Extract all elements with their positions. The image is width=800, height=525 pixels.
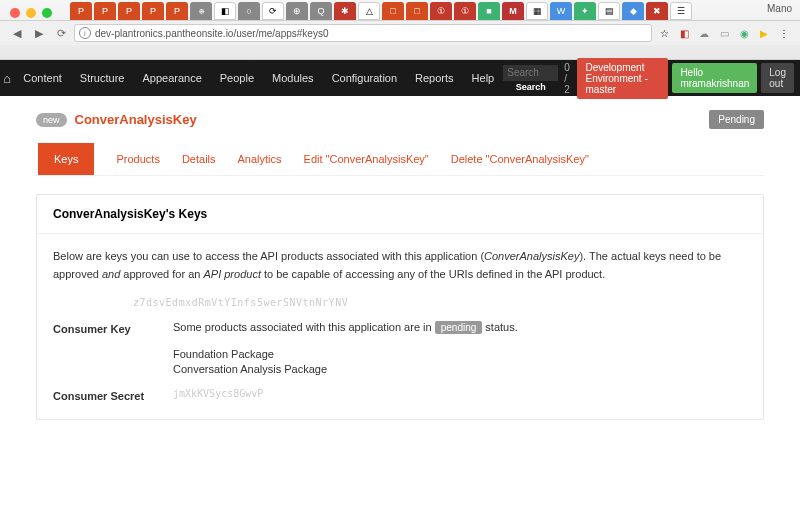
home-icon[interactable]: ⌂ (0, 71, 14, 86)
tab-analytics[interactable]: Analytics (238, 143, 282, 175)
site-info-icon[interactable]: i (79, 27, 91, 39)
browser-tabs: P P P P P ⎈ ◧ ○ ⟳ ⊕ Q ✱ △ □ □ ① ① ■ M ▦ … (62, 2, 700, 20)
consumer-key-value: z7dsvEdmxdRmVtYInfs5werSNVtnNrYNV (133, 295, 747, 311)
back-icon[interactable]: ◀ (8, 24, 26, 42)
app-tabs: Keys Products Details Analytics Edit "Co… (36, 143, 764, 176)
consumer-secret-value: jmXkKVSycs8GwvP (173, 386, 747, 406)
browser-tab[interactable]: ⎈ (190, 2, 212, 20)
browser-tab[interactable]: P (70, 2, 92, 20)
extension-icon[interactable]: ◧ (676, 25, 692, 41)
admin-menu-structure[interactable]: Structure (71, 66, 134, 90)
admin-menu-people[interactable]: People (211, 66, 263, 90)
consumer-key-row: Consumer Key Some products associated wi… (53, 319, 747, 377)
admin-search-label: Search (516, 82, 546, 92)
browser-tab[interactable]: ⊕ (286, 2, 308, 20)
maximize-window-icon[interactable] (42, 8, 52, 18)
browser-tab[interactable]: P (118, 2, 140, 20)
browser-tab[interactable]: ◧ (214, 2, 236, 20)
reload-icon[interactable]: ⟳ (52, 24, 70, 42)
browser-tab[interactable]: ① (454, 2, 476, 20)
admin-menu-help[interactable]: Help (463, 66, 504, 90)
cast-icon[interactable]: ▭ (716, 25, 732, 41)
environment-badge[interactable]: Development Environment - master (577, 58, 668, 99)
browser-profile[interactable]: Mano (759, 0, 800, 14)
intro-text: Below are keys you can use to access the… (53, 248, 747, 283)
browser-tab[interactable]: ✦ (574, 2, 596, 20)
tab-edit[interactable]: Edit "ConverAnalysisKey" (304, 143, 429, 175)
browser-tab[interactable]: ⟳ (262, 2, 284, 20)
browser-tab[interactable]: P (94, 2, 116, 20)
browser-tab[interactable]: P (166, 2, 188, 20)
forward-icon[interactable]: ▶ (30, 24, 48, 42)
pending-chip: pending (435, 321, 483, 334)
browser-tab[interactable]: W (550, 2, 572, 20)
extension-icon[interactable]: ☁ (696, 25, 712, 41)
extension-icon[interactable]: ◉ (736, 25, 752, 41)
browser-tab[interactable]: ☰ (670, 2, 692, 20)
user-greeting[interactable]: Hello mramakrishnan (672, 63, 757, 93)
new-badge: new (36, 113, 67, 127)
admin-menu-content[interactable]: Content (14, 66, 71, 90)
menu-icon[interactable]: ⋮ (776, 25, 792, 41)
browser-chrome: P P P P P ⎈ ◧ ○ ⟳ ⊕ Q ✱ △ □ □ ① ① ■ M ▦ … (0, 0, 800, 60)
admin-toolbar: ⌂ Content Structure Appearance People Mo… (0, 60, 800, 96)
app-title-row: new ConverAnalysisKey Pending (36, 110, 764, 129)
address-bar-row: ◀ ▶ ⟳ i dev-plantronics.pantheonsite.io/… (0, 20, 800, 45)
browser-tab[interactable]: ■ (478, 2, 500, 20)
app-title: ConverAnalysisKey (75, 112, 197, 127)
admin-search-input[interactable] (503, 65, 558, 81)
consumer-secret-row: Consumer Secret jmXkKVSycs8GwvP (53, 386, 747, 406)
page-content: new ConverAnalysisKey Pending Keys Produ… (0, 96, 800, 434)
browser-tab[interactable]: ① (430, 2, 452, 20)
admin-menu-appearance[interactable]: Appearance (133, 66, 210, 90)
package-list: Foundation Package Conversation Analysis… (173, 347, 747, 378)
star-icon[interactable]: ☆ (656, 25, 672, 41)
admin-menu-reports[interactable]: Reports (406, 66, 463, 90)
browser-tab[interactable]: ▤ (598, 2, 620, 20)
browser-tab[interactable]: ○ (238, 2, 260, 20)
package-item: Conversation Analysis Package (173, 362, 747, 377)
browser-tab[interactable]: △ (358, 2, 380, 20)
admin-menu: Content Structure Appearance People Modu… (14, 66, 503, 90)
extension-icons: ☆ ◧ ☁ ▭ ◉ ▶ ⋮ (656, 25, 792, 41)
consumer-secret-label: Consumer Secret (53, 386, 173, 406)
logout-button[interactable]: Log out (761, 63, 794, 93)
close-window-icon[interactable] (10, 8, 20, 18)
browser-tab[interactable]: ◆ (622, 2, 644, 20)
browser-tab[interactable]: M (502, 2, 524, 20)
browser-tab[interactable]: ✖ (646, 2, 668, 20)
browser-tab[interactable]: □ (406, 2, 428, 20)
browser-tab[interactable]: ▦ (526, 2, 548, 20)
card-heading: ConverAnalysisKey's Keys (37, 195, 763, 234)
package-item: Foundation Package (173, 347, 747, 362)
window-controls (0, 0, 62, 18)
address-bar[interactable]: i dev-plantronics.pantheonsite.io/user/m… (74, 24, 652, 42)
admin-menu-modules[interactable]: Modules (263, 66, 323, 90)
browser-tab[interactable]: Q (310, 2, 332, 20)
tab-details[interactable]: Details (182, 143, 216, 175)
status-count: 0 / 2 (564, 62, 573, 95)
browser-tab[interactable]: ✱ (334, 2, 356, 20)
minimize-window-icon[interactable] (26, 8, 36, 18)
browser-tab[interactable]: □ (382, 2, 404, 20)
tab-keys[interactable]: Keys (38, 143, 94, 175)
consumer-key-body: Some products associated with this appli… (173, 319, 747, 377)
tab-products[interactable]: Products (116, 143, 159, 175)
admin-menu-configuration[interactable]: Configuration (323, 66, 406, 90)
url-text: dev-plantronics.pantheonsite.io/user/me/… (95, 28, 328, 39)
consumer-key-label: Consumer Key (53, 319, 173, 377)
tab-delete[interactable]: Delete "ConverAnalysisKey" (451, 143, 589, 175)
card-body: Below are keys you can use to access the… (37, 234, 763, 419)
extension-icon[interactable]: ▶ (756, 25, 772, 41)
browser-tab[interactable]: P (142, 2, 164, 20)
status-badge: Pending (709, 110, 764, 129)
keys-card: ConverAnalysisKey's Keys Below are keys … (36, 194, 764, 420)
